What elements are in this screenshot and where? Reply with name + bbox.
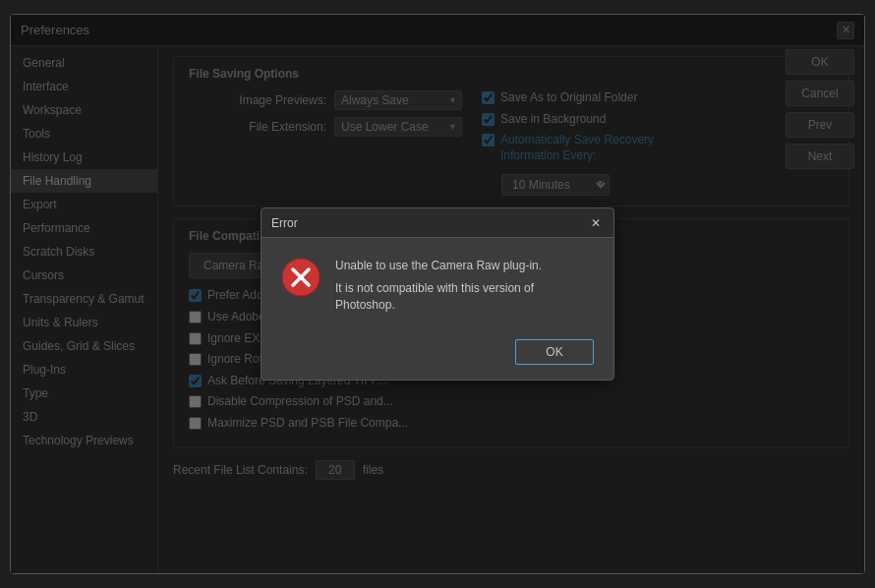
error-icon bbox=[281, 258, 321, 297]
error-ok-button[interactable]: OK bbox=[515, 339, 594, 365]
error-body: Unable to use the Camera Raw plug-in. It… bbox=[262, 238, 613, 338]
error-message-area: Unable to use the Camera Raw plug-in. It… bbox=[335, 258, 594, 319]
error-footer: OK bbox=[262, 339, 613, 380]
error-message-2: It is not compatible with this version o… bbox=[335, 280, 594, 314]
preferences-window: Preferences ✕ General Interface Workspac… bbox=[10, 14, 865, 574]
error-dialog-overlay: Error ✕ Unable to use the Camera Raw plu… bbox=[11, 15, 864, 573]
error-dialog: Error ✕ Unable to use the Camera Raw plu… bbox=[261, 207, 614, 380]
error-title-bar: Error ✕ bbox=[262, 208, 613, 238]
error-dialog-title: Error bbox=[271, 216, 298, 230]
error-close-button[interactable]: ✕ bbox=[588, 215, 604, 231]
error-message-1: Unable to use the Camera Raw plug-in. bbox=[335, 258, 594, 274]
